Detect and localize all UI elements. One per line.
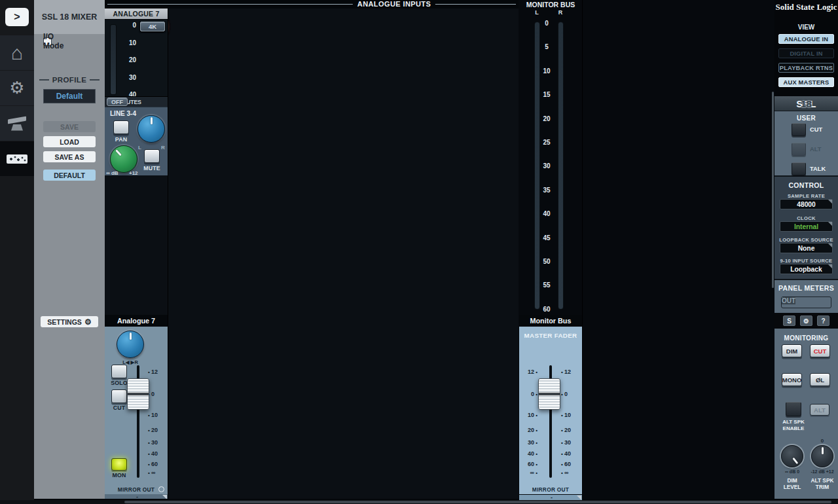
fader-handle[interactable] bbox=[127, 378, 149, 410]
bus-name-bar: Monitor Bus bbox=[519, 315, 582, 327]
user-alt-button[interactable] bbox=[792, 143, 806, 156]
user-cut-label: CUT bbox=[810, 126, 836, 133]
fader-scale-label: ∞ bbox=[561, 469, 581, 476]
user-alt-label: ALT bbox=[810, 146, 836, 153]
view-section: Solid State Logic VIEW ANALOGUE IN DIGIT… bbox=[774, 0, 838, 96]
sample-rate-select[interactable]: 48000 bbox=[780, 199, 833, 209]
master-fader-label: MASTER FADER bbox=[519, 332, 582, 339]
stereo-link-circle-icon[interactable] bbox=[158, 486, 164, 492]
fader-scale-label: 12 bbox=[520, 369, 537, 375]
send-level-min-label: ∞ dB bbox=[106, 170, 118, 176]
sidebar: SSL 18 MIXER I/O Mode PROFILE Default SA… bbox=[34, 0, 105, 499]
default-button[interactable]: DEFAULT bbox=[43, 170, 96, 181]
loopback-source-label: LOOPBACK SOURCE bbox=[774, 237, 838, 243]
dropdown-corner-icon bbox=[828, 264, 832, 268]
mono-button[interactable]: MONO bbox=[782, 373, 802, 386]
fader-scale-label: 40 bbox=[148, 450, 168, 457]
fader-scale-label: 60 bbox=[561, 461, 581, 467]
load-button[interactable]: LOAD bbox=[43, 136, 96, 147]
cut-button[interactable] bbox=[111, 389, 127, 403]
4k-button[interactable]: 4K bbox=[140, 22, 165, 31]
profile-value: Default bbox=[43, 89, 96, 103]
control-section: CONTROL SAMPLE RATE 48000 CLOCK Internal… bbox=[774, 177, 838, 280]
help-icon[interactable]: ? bbox=[817, 315, 829, 326]
bus-strip: MONITOR BUS L R 051015202530354045505560… bbox=[519, 0, 583, 499]
fader-handle[interactable] bbox=[538, 378, 560, 410]
input-source-select[interactable]: Loopback bbox=[780, 264, 833, 274]
monitor-cut-button[interactable]: CUT bbox=[810, 344, 830, 357]
save-button[interactable]: SAVE bbox=[43, 121, 96, 132]
user-talk-label: TALK bbox=[810, 166, 836, 172]
home-icon[interactable]: ⌂ bbox=[0, 35, 34, 70]
dim-level-knob[interactable] bbox=[781, 445, 803, 467]
view-aux-masters-button[interactable]: AUX MASTERS bbox=[778, 77, 834, 87]
vertical-scrollbar[interactable] bbox=[772, 92, 774, 288]
bus-meter-scale-label: 10 bbox=[539, 67, 554, 74]
meter-scale-label: 20 bbox=[122, 56, 136, 63]
sample-rate-value: 48000 bbox=[797, 201, 816, 208]
save-as-button[interactable]: SAVE AS bbox=[43, 151, 96, 162]
bus-meter-scale-label: 40 bbox=[539, 210, 554, 217]
bus-meter-scale-label: 30 bbox=[539, 162, 554, 170]
send-label: LINE 3-4 bbox=[110, 110, 136, 117]
dim-button[interactable]: DIM bbox=[782, 344, 802, 357]
channel-input-section: 010203040 48VLINEØ4K bbox=[105, 20, 168, 96]
dropdown-corner-icon bbox=[828, 200, 832, 204]
user-section-label: USER bbox=[774, 115, 838, 122]
clock-select[interactable]: Internal bbox=[780, 221, 833, 232]
scrollbar-thumb[interactable] bbox=[124, 501, 831, 503]
user-talk-button[interactable] bbox=[792, 162, 806, 175]
sample-rate-label: SAMPLE RATE bbox=[774, 193, 838, 199]
alt-spk-trim-knob[interactable] bbox=[811, 445, 833, 467]
clock-value: Internal bbox=[794, 223, 818, 230]
view-analogue-in-button[interactable]: ANALOGUE IN bbox=[778, 34, 834, 44]
fader-scale-label: 40 bbox=[520, 450, 537, 457]
fader-scale-label: ∞ bbox=[148, 469, 168, 476]
panel-meters-toggle: IN OUT bbox=[781, 297, 831, 308]
dropdown-corner-icon bbox=[828, 222, 832, 226]
send-pan-knob[interactable] bbox=[137, 115, 165, 143]
horizontal-scrollbar[interactable] bbox=[0, 500, 838, 504]
fader-scale-label: 30 bbox=[561, 439, 581, 446]
panel-meters-label: PANEL METERS bbox=[774, 284, 838, 292]
monitor-speaker-icon[interactable] bbox=[0, 106, 34, 141]
loopback-source-select[interactable]: None bbox=[780, 243, 833, 253]
send-mute-button[interactable] bbox=[144, 149, 160, 163]
monitoring-label: MONITORING bbox=[774, 334, 838, 342]
expand-sidebar-button[interactable]: > bbox=[5, 8, 29, 26]
phase-left-button[interactable]: ØL bbox=[810, 373, 830, 386]
input-source-value: Loopback bbox=[790, 266, 822, 273]
view-playback-rtns-button[interactable]: PLAYBACK RTNS bbox=[778, 63, 834, 73]
fader-scale-label: 0 bbox=[561, 391, 581, 397]
dim-level-scale: ∞ dB 0 bbox=[774, 469, 810, 474]
resize-corner-icon[interactable] bbox=[162, 495, 167, 499]
gear-icon[interactable]: ⚙ bbox=[0, 71, 34, 105]
fader-scale-label: 10 bbox=[520, 412, 537, 418]
settings-button[interactable]: SETTINGS ⚙ bbox=[41, 316, 98, 327]
user-cut-button[interactable] bbox=[792, 123, 806, 136]
view-digital-in-button[interactable]: DIGITAL IN bbox=[778, 48, 834, 58]
alt-spk-trim-zero-label: 0 bbox=[811, 438, 833, 444]
panel-meters-out-button[interactable]: OUT bbox=[782, 297, 795, 304]
channel-pan-knob[interactable] bbox=[117, 331, 144, 358]
group-title: ANALOGUE INPUTS bbox=[353, 0, 435, 9]
strip-footer-label: - bbox=[136, 494, 138, 499]
send-level-knob[interactable] bbox=[110, 145, 137, 173]
mix-routes-off-button[interactable]: OFF bbox=[107, 98, 128, 106]
brand-logo: Solid State Logic bbox=[774, 2, 838, 12]
send-section: LINE 3-4 PAN L R ∞ dB +12 MUTE bbox=[105, 107, 168, 175]
panel-meters-section: PANEL METERS IN OUT bbox=[774, 280, 838, 313]
gear-icon[interactable]: ⚙ bbox=[800, 315, 812, 326]
ssl-18-mixer-window: > ⌂ ⚙ SSL 18 MIXER I/O Mode PROFILE Defa… bbox=[0, 0, 838, 504]
io-mode-label: I/O Mode bbox=[43, 32, 64, 50]
settings-button-label: SETTINGS bbox=[47, 318, 82, 326]
hardware-unit-icon[interactable] bbox=[0, 141, 34, 176]
alt-spk-enable-button[interactable] bbox=[786, 402, 801, 416]
clock-label: CLOCK bbox=[774, 215, 838, 221]
resize-corner-icon[interactable] bbox=[577, 495, 581, 500]
alt-button[interactable]: ALT bbox=[810, 404, 829, 416]
send-pan-button[interactable] bbox=[113, 120, 129, 134]
solo-clear-button[interactable]: S bbox=[783, 315, 795, 326]
mon-button[interactable] bbox=[111, 458, 127, 471]
solo-button[interactable] bbox=[111, 365, 127, 378]
